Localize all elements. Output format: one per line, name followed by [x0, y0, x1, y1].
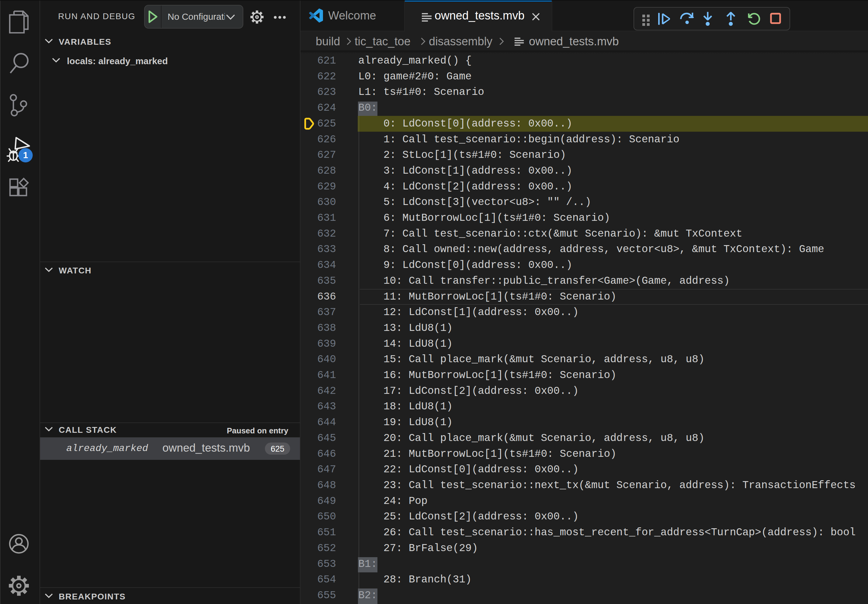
svg-text:1: 1 — [23, 150, 28, 160]
